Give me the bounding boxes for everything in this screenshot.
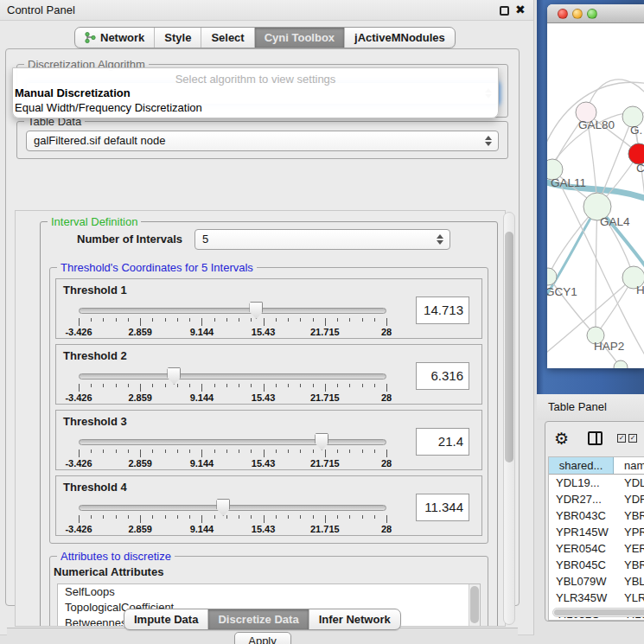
tab-select[interactable]: Select <box>201 28 254 48</box>
tick-label: -3.426 <box>65 524 92 534</box>
tick-label: 2.859 <box>128 458 152 469</box>
tick-label: 2.859 <box>128 327 152 337</box>
table-row[interactable]: YPR145WYPR1 <box>549 524 644 540</box>
tick-label: 15.43 <box>252 392 276 403</box>
column-header-name[interactable]: name <box>614 457 644 474</box>
threshold-row-1: Threshold 1-3.4262.8599.14415.4321.71528… <box>55 278 482 339</box>
table-row[interactable]: YBR043CYBR0 <box>549 507 644 524</box>
slider-thumb[interactable] <box>249 302 263 319</box>
tick-label: 21.715 <box>310 392 340 403</box>
tick-label: 21.715 <box>310 458 340 469</box>
slider-track[interactable] <box>79 505 386 511</box>
network-node-label: GAL80 <box>578 118 615 131</box>
tick-label: 28 <box>381 392 392 403</box>
tick-label: 2.859 <box>128 524 152 534</box>
settings-scrollarea: Interval Definition Number of Intervals … <box>15 210 506 627</box>
tab-cyni-toolbox[interactable]: Cyni Toolbox <box>255 28 345 48</box>
num-intervals-label: Number of Intervals <box>77 233 182 245</box>
network-node-label: G. <box>630 124 642 137</box>
network-node-label: HAP2 <box>594 340 624 353</box>
threshold-slider[interactable]: -3.4262.8599.14415.4321.71528 <box>79 345 386 405</box>
node-table: shared... name YDL19...YDL1YDR27...YDR2Y… <box>548 456 644 621</box>
table-data-value: galFiltered.sif default node <box>34 134 165 147</box>
popup-item-manual-discretization[interactable]: Manual Discretization <box>13 86 498 100</box>
tab-style[interactable]: Style <box>155 28 201 48</box>
tab-infer-network[interactable]: Infer Network <box>309 609 400 629</box>
table-rows: YDL19...YDL1YDR27...YDR2YBR043CYBR0YPR14… <box>549 475 644 621</box>
threshold-value-field[interactable]: 14.713 <box>416 296 469 324</box>
table-row[interactable]: YDL19...YDL1 <box>549 475 644 491</box>
slider-thumb[interactable] <box>216 499 230 516</box>
zoom-traffic-icon[interactable] <box>587 9 597 19</box>
close-traffic-icon[interactable] <box>558 9 568 19</box>
threshold-slider[interactable]: -3.4262.8599.14415.4321.71528 <box>79 279 386 340</box>
tab-network[interactable]: Network <box>75 28 155 48</box>
tick-label: 28 <box>381 458 392 469</box>
thresholds-container: Threshold 1-3.4262.8599.14415.4321.71528… <box>50 278 488 536</box>
table-hscrollbar[interactable] <box>552 608 644 617</box>
attributes-title: Attributes to discretize <box>57 550 175 563</box>
tick-label: 28 <box>381 327 392 337</box>
cyni-toolbox-panel: Discretization Algorithm Table Data galF… <box>5 48 520 606</box>
gear-icon[interactable]: ⚙ <box>554 429 569 448</box>
threshold-value-field[interactable]: 21.4 <box>416 428 469 456</box>
table-row[interactable]: YBR045CYBR0 <box>549 557 644 573</box>
table-toolbar: ⚙ ✓ ✓ <box>545 422 644 456</box>
slider-thumb[interactable] <box>167 367 181 385</box>
tick-label: -3.426 <box>65 327 92 337</box>
attribute-item[interactable]: SelfLoops <box>58 584 480 600</box>
attributes-scrollbar[interactable] <box>469 584 480 627</box>
algorithm-dropdown-popup: Select algorithm to view settings Manual… <box>12 67 499 118</box>
panel-title: Control Panel <box>7 3 75 16</box>
threshold-value-field[interactable]: 6.316 <box>416 362 469 390</box>
apply-button[interactable]: Apply <box>234 632 291 644</box>
threshold-row-3: Threshold 3-3.4262.8599.14415.4321.71528… <box>55 410 482 470</box>
tick-label: -3.426 <box>65 458 92 469</box>
minimize-traffic-icon[interactable] <box>572 9 583 19</box>
columns-icon[interactable] <box>588 431 603 445</box>
slider-track[interactable] <box>79 373 386 379</box>
unselect-all-checkbox-icon[interactable]: ✓ <box>628 434 637 443</box>
popup-item-equal-width-frequency[interactable]: Equal Width/Frequency Discretization <box>13 100 498 115</box>
threshold-row-4: Threshold 4-3.4262.8599.14415.4321.71528… <box>55 475 482 536</box>
threshold-slider[interactable]: -3.4262.8599.14415.4321.71528 <box>79 411 386 471</box>
thresholds-group: Threshold's Coordinates for 5 Intervals … <box>49 267 488 544</box>
float-window-icon[interactable] <box>500 6 509 16</box>
column-header-shared-name[interactable]: shared... <box>549 457 614 474</box>
threshold-slider[interactable]: -3.4262.8599.14415.4321.71528 <box>79 476 386 537</box>
network-node-label: C <box>636 162 644 175</box>
thresholds-title: Threshold's Coordinates for 5 Intervals <box>57 261 257 274</box>
tick-label: 15.43 <box>252 524 276 534</box>
table-row[interactable]: YBL079WYBL0 <box>549 573 644 590</box>
tick-label: 28 <box>381 524 392 534</box>
select-all-checkbox-icon[interactable]: ✓ <box>617 434 626 443</box>
network-window-titlebar[interactable] <box>547 4 644 23</box>
tick-label: 9.144 <box>190 458 214 469</box>
table-row[interactable]: YER054CYER0 <box>549 540 644 557</box>
tab-jactivemnodules[interactable]: jActiveMNodules <box>345 28 455 48</box>
network-edge[interactable] <box>596 207 597 335</box>
table-panel-bar: Table Panel <box>537 394 644 420</box>
table-row[interactable]: YLR345WYLR3 <box>549 590 644 606</box>
table-panel-title: Table Panel <box>548 400 607 413</box>
threshold-value-field[interactable]: 11.344 <box>416 494 469 521</box>
tick-label: 9.144 <box>190 524 214 534</box>
network-node-label: H <box>636 284 644 296</box>
slider-track[interactable] <box>79 308 386 314</box>
settings-scrollbar[interactable] <box>503 212 515 625</box>
close-icon[interactable]: ✖ <box>515 3 526 16</box>
network-window[interactable]: GAL80G.CGAL11GAL4GCY1HHAP2 <box>547 4 644 368</box>
table-row[interactable]: YDR27...YDR2 <box>549 491 644 507</box>
num-intervals-value: 5 <box>202 233 208 245</box>
table-data-group: Table Data galFiltered.sif default node <box>16 121 508 159</box>
num-intervals-combobox[interactable]: 5 <box>194 229 450 250</box>
slider-thumb[interactable] <box>315 433 328 450</box>
tick-label: 15.43 <box>252 458 276 469</box>
slider-track[interactable] <box>79 439 386 445</box>
tab-impute-data[interactable]: Impute Data <box>124 609 208 629</box>
tab-discretize-data[interactable]: Discretize Data <box>208 609 309 629</box>
tick-label: -3.426 <box>65 392 92 403</box>
network-canvas[interactable]: GAL80G.CGAL11GAL4GCY1HHAP2 <box>547 23 644 368</box>
control-panel-tabs: Network Style Select Cyni Toolbox jActiv… <box>74 27 456 48</box>
table-data-combobox[interactable]: galFiltered.sif default node <box>26 131 499 151</box>
